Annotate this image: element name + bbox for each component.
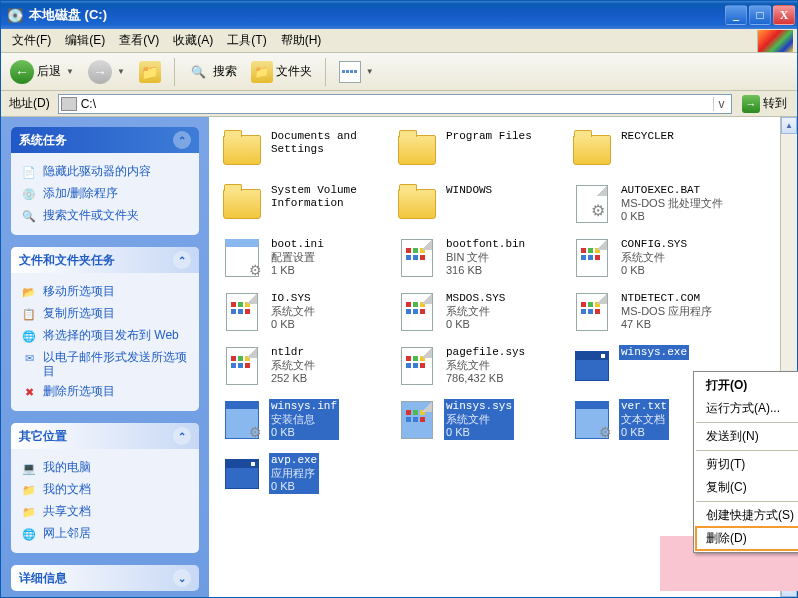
file-item[interactable]: System Volume Information xyxy=(219,181,394,235)
notepad-icon xyxy=(221,237,263,279)
back-button[interactable]: ← 后退 ▼ xyxy=(5,57,79,87)
folder-icon xyxy=(221,183,263,225)
file-label: System Volume Information xyxy=(269,183,392,211)
file-label: bootfont.binBIN 文件316 KB xyxy=(444,237,527,278)
chevron-up-icon: ⌃ xyxy=(173,427,191,445)
file-item[interactable]: ntldr系统文件252 KB xyxy=(219,343,394,397)
sidebar-task-item[interactable]: ✉以电子邮件形式发送所选项目 xyxy=(21,347,189,381)
file-item[interactable]: AUTOEXEC.BATMS-DOS 批处理文件0 KB xyxy=(569,181,744,235)
file-item[interactable]: Program Files xyxy=(394,127,569,181)
back-label: 后退 xyxy=(37,63,61,80)
task-label: 将选择的项目发布到 Web xyxy=(43,328,179,342)
panel-header[interactable]: 系统任务 ⌃ xyxy=(11,127,199,153)
sidebar-task-item[interactable]: 📄隐藏此驱动器的内容 xyxy=(21,161,189,183)
grid-icon xyxy=(221,291,263,333)
folders-button[interactable]: 📁 文件夹 xyxy=(246,58,317,86)
file-item[interactable]: Documents and Settings xyxy=(219,127,394,181)
explorer-window: 💽 本地磁盘 (C:) _ □ X 文件(F) 编辑(E) 查看(V) 收藏(A… xyxy=(0,0,798,598)
menubar: 文件(F) 编辑(E) 查看(V) 收藏(A) 工具(T) 帮助(H) xyxy=(1,29,797,53)
sidebar-task-item[interactable]: 📂移动所选项目 xyxy=(21,281,189,303)
file-item[interactable]: MSDOS.SYS系统文件0 KB xyxy=(394,289,569,343)
scroll-up-button[interactable]: ▲ xyxy=(781,117,797,134)
task-label: 以电子邮件形式发送所选项目 xyxy=(43,350,189,378)
chevron-down-icon[interactable]: v xyxy=(713,97,729,111)
sidebar-task-item[interactable]: 📋复制所选项目 xyxy=(21,303,189,325)
notepad-icon xyxy=(571,399,613,441)
exe-icon xyxy=(571,345,613,387)
file-label: ntldr系统文件252 KB xyxy=(269,345,317,386)
file-item[interactable]: bootfont.binBIN 文件316 KB xyxy=(394,235,569,289)
task-label: 复制所选项目 xyxy=(43,306,115,320)
task-icon: ✖ xyxy=(21,384,37,400)
chevron-down-icon: ▼ xyxy=(117,67,125,76)
search-button[interactable]: 🔍 搜索 xyxy=(183,58,242,86)
views-button[interactable]: ▼ xyxy=(334,58,379,86)
file-item[interactable]: WINDOWS xyxy=(394,181,569,235)
folder-icon xyxy=(396,183,438,225)
panel-header[interactable]: 其它位置 ⌃ xyxy=(11,423,199,449)
sidebar-task-item[interactable]: 🔍搜索文件或文件夹 xyxy=(21,205,189,227)
file-item[interactable]: winsys.inf安装信息0 KB xyxy=(219,397,394,451)
ctx-open[interactable]: 打开(O) xyxy=(696,374,798,397)
ctx-sendto[interactable]: 发送到(N) xyxy=(696,425,798,448)
close-button[interactable]: X xyxy=(773,5,795,25)
task-label: 共享文档 xyxy=(43,504,91,518)
sidebar-task-item[interactable]: 📁共享文档 xyxy=(21,501,189,523)
panel-header[interactable]: 文件和文件夹任务 ⌃ xyxy=(11,247,199,273)
file-item[interactable]: avp.exe应用程序0 KB xyxy=(219,451,394,505)
go-label: 转到 xyxy=(763,95,787,112)
menu-help[interactable]: 帮助(H) xyxy=(274,29,329,52)
file-item[interactable]: boot.ini配置设置1 KB xyxy=(219,235,394,289)
ctx-delete[interactable]: 删除(D) xyxy=(696,527,798,550)
panel-file-tasks: 文件和文件夹任务 ⌃ 📂移动所选项目📋复制所选项目🌐将选择的项目发布到 Web✉… xyxy=(11,247,199,411)
go-button[interactable]: → 转到 xyxy=(736,93,793,115)
file-item[interactable]: winsys.sys系统文件0 KB xyxy=(394,397,569,451)
forward-button[interactable]: → ▼ xyxy=(83,57,130,87)
panel-other-places: 其它位置 ⌃ 💻我的电脑📁我的文档📁共享文档🌐网上邻居 xyxy=(11,423,199,553)
ctx-cut[interactable]: 剪切(T) xyxy=(696,453,798,476)
panel-title: 详细信息 xyxy=(19,570,67,587)
titlebar[interactable]: 💽 本地磁盘 (C:) _ □ X xyxy=(1,1,797,29)
file-label: boot.ini配置设置1 KB xyxy=(269,237,326,278)
file-item[interactable]: NTDETECT.COMMS-DOS 应用程序47 KB xyxy=(569,289,744,343)
separator xyxy=(696,422,798,423)
maximize-button[interactable]: □ xyxy=(749,5,771,25)
menu-tools[interactable]: 工具(T) xyxy=(220,29,273,52)
windows-logo-icon xyxy=(757,30,793,52)
file-item[interactable]: CONFIG.SYS系统文件0 KB xyxy=(569,235,744,289)
file-label: WINDOWS xyxy=(444,183,494,198)
menu-file[interactable]: 文件(F) xyxy=(5,29,58,52)
search-icon: 🔍 xyxy=(188,61,210,83)
task-label: 隐藏此驱动器的内容 xyxy=(43,164,151,178)
sidebar-task-item[interactable]: ✖删除所选项目 xyxy=(21,381,189,403)
sidebar-task-item[interactable]: 🌐网上邻居 xyxy=(21,523,189,545)
grid-icon xyxy=(396,399,438,441)
grid-icon xyxy=(396,345,438,387)
ctx-copy[interactable]: 复制(C) xyxy=(696,476,798,499)
task-icon: 📁 xyxy=(21,482,37,498)
grid-icon xyxy=(396,291,438,333)
minimize-button[interactable]: _ xyxy=(725,5,747,25)
address-combo[interactable]: C:\ v xyxy=(58,94,732,114)
window-title: 本地磁盘 (C:) xyxy=(29,6,725,24)
panel-header[interactable]: 详细信息 ⌄ xyxy=(11,565,199,591)
sidebar-task-item[interactable]: 💿添加/删除程序 xyxy=(21,183,189,205)
task-icon: 📋 xyxy=(21,306,37,322)
menu-view[interactable]: 查看(V) xyxy=(112,29,166,52)
sidebar-task-item[interactable]: 💻我的电脑 xyxy=(21,457,189,479)
menu-favorites[interactable]: 收藏(A) xyxy=(166,29,220,52)
folder-icon xyxy=(571,129,613,171)
file-item[interactable]: pagefile.sys系统文件786,432 KB xyxy=(394,343,569,397)
file-item[interactable]: IO.SYS系统文件0 KB xyxy=(219,289,394,343)
grid-icon xyxy=(571,291,613,333)
ctx-runas[interactable]: 运行方式(A)... xyxy=(696,397,798,420)
ctx-shortcut[interactable]: 创建快捷方式(S) xyxy=(696,504,798,527)
task-label: 我的电脑 xyxy=(43,460,91,474)
sidebar-task-item[interactable]: 📁我的文档 xyxy=(21,479,189,501)
file-item[interactable]: RECYCLER xyxy=(569,127,744,181)
up-button[interactable]: 📁 xyxy=(134,58,166,86)
panel-title: 系统任务 xyxy=(19,132,67,149)
sidebar-task-item[interactable]: 🌐将选择的项目发布到 Web xyxy=(21,325,189,347)
menu-edit[interactable]: 编辑(E) xyxy=(58,29,112,52)
exe-icon xyxy=(221,453,263,495)
